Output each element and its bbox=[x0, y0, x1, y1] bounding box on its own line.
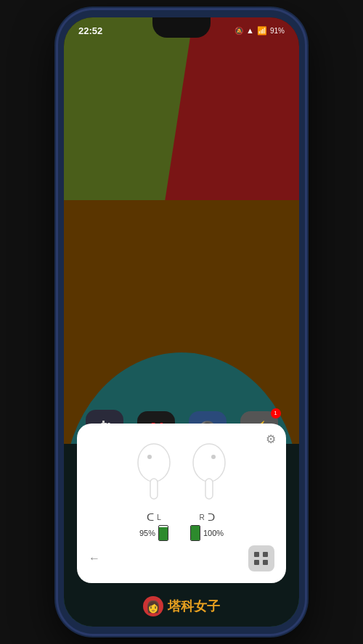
right-ear-label: R bbox=[199, 513, 204, 521]
right-battery-pct-row: 100% bbox=[190, 525, 224, 541]
watermark: 👩 塔科女子 bbox=[143, 596, 220, 616]
airbattery-badge: 1 bbox=[271, 408, 281, 418]
watermark-avatar: 👩 bbox=[143, 596, 163, 616]
left-battery-fill bbox=[159, 527, 168, 540]
grid-button[interactable] bbox=[248, 545, 274, 571]
back-arrow-icon[interactable]: ← bbox=[89, 552, 100, 565]
right-battery-fill bbox=[191, 526, 200, 540]
svg-point-3 bbox=[193, 444, 225, 482]
phone-screen: 22:52 🔕 ▲ 📶 91% ⏱ 時鐘 N Netflix bbox=[64, 17, 299, 627]
right-battery-item: R ᑐ 100% bbox=[190, 511, 224, 541]
svg-point-0 bbox=[138, 444, 170, 482]
svg-point-2 bbox=[147, 455, 152, 459]
right-battery-pct: 100% bbox=[203, 529, 224, 537]
left-battery-pct: 95% bbox=[139, 529, 155, 537]
grid-dot-1 bbox=[254, 552, 259, 557]
right-battery-label-row: R ᑐ bbox=[199, 511, 214, 523]
svg-rect-4 bbox=[205, 479, 213, 499]
airpod-left-svg bbox=[131, 441, 178, 503]
phone-frame: 22:52 🔕 ▲ 📶 91% ⏱ 時鐘 N Netflix bbox=[58, 10, 305, 634]
airpod-right-svg bbox=[185, 441, 232, 503]
svg-point-5 bbox=[211, 455, 216, 459]
left-battery-label-row: ᑕ L bbox=[147, 511, 161, 523]
right-battery-bar bbox=[190, 525, 200, 541]
battery-row: ᑕ L 95% R ᑐ bbox=[89, 511, 274, 541]
right-ear-icon: ᑐ bbox=[208, 511, 215, 523]
signal-icon: 📶 bbox=[257, 26, 267, 36]
left-battery-bar bbox=[158, 525, 168, 541]
widget-nav: ← bbox=[89, 545, 274, 571]
status-time: 22:52 bbox=[78, 25, 102, 36]
grid-dot-2 bbox=[263, 552, 268, 557]
left-battery-item: ᑕ L 95% bbox=[139, 511, 168, 541]
mute-icon: 🔕 bbox=[234, 27, 243, 35]
left-ear-label: L bbox=[157, 513, 161, 521]
left-battery-pct-row: 95% bbox=[139, 525, 168, 541]
svg-rect-1 bbox=[150, 479, 158, 499]
wifi-icon: ▲ bbox=[246, 26, 254, 35]
settings-gear-icon[interactable]: ⚙ bbox=[266, 432, 276, 446]
airpods-illustration bbox=[89, 441, 274, 503]
airpods-widget: ⚙ bbox=[77, 424, 286, 583]
battery-status: 91% bbox=[270, 27, 285, 35]
watermark-avatar-icon: 👩 bbox=[146, 600, 160, 614]
grid-dot-4 bbox=[263, 560, 268, 565]
status-icons: 🔕 ▲ 📶 91% bbox=[234, 26, 285, 36]
notch bbox=[152, 17, 211, 38]
watermark-text: 塔科女子 bbox=[168, 598, 220, 615]
left-ear-icon: ᑕ bbox=[147, 511, 154, 523]
grid-dot-3 bbox=[254, 560, 259, 565]
